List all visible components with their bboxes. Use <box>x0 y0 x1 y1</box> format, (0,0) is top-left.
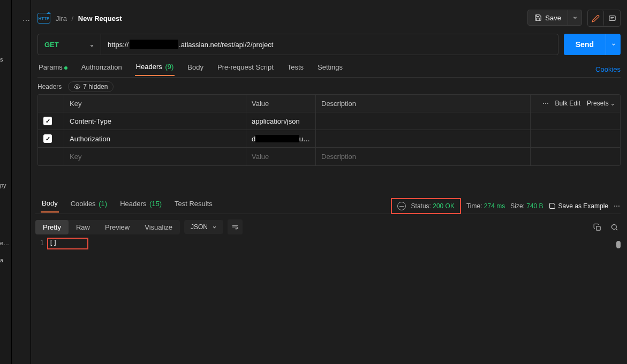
response-tabs: Body Cookies (1) Headers (15) Test Resul… <box>35 198 621 214</box>
edit-button[interactable] <box>588 10 604 26</box>
headers-section-label: Headers 7 hidden <box>37 81 114 92</box>
col-key: Key <box>64 95 246 112</box>
method-url-group: GET ⌄ https://.atlassian.net/rest/api/2/… <box>37 34 558 55</box>
pencil-icon <box>592 14 600 22</box>
chevron-down-icon <box>611 42 616 47</box>
send-label: Send <box>564 34 606 55</box>
request-row: GET ⌄ https://.atlassian.net/rest/api/2/… <box>37 34 621 55</box>
http-icon: HTTP <box>37 13 50 24</box>
tab-params[interactable]: Params <box>37 63 69 75</box>
header-value-cell[interactable]: application/json <box>246 112 315 130</box>
header-desc-cell[interactable] <box>315 130 530 147</box>
format-pretty[interactable]: Pretty <box>35 220 69 234</box>
header-row[interactable]: ✓ Authorization du… <box>38 130 620 148</box>
save-as-example-label: Save as Example <box>558 202 608 210</box>
headers-table-head: Key Value Description ⋯ Bulk Edit Preset… <box>38 95 620 112</box>
tab-headers[interactable]: Headers (9) <box>135 63 175 76</box>
time-value: 274 ms <box>484 202 505 210</box>
tab-body[interactable]: Body <box>186 63 205 75</box>
chevron-down-icon: ⌄ <box>89 41 94 48</box>
save-label: Save <box>545 14 561 22</box>
format-preview[interactable]: Preview <box>97 220 137 234</box>
tab-response-cookies[interactable]: Cookies (1) <box>70 200 108 212</box>
code-line: 1 [] <box>35 238 621 248</box>
dot-indicator-icon <box>64 66 67 70</box>
comments-button[interactable] <box>604 10 620 26</box>
send-dropdown[interactable] <box>606 34 621 55</box>
size-value: 740 B <box>526 202 543 210</box>
copy-button[interactable] <box>591 221 603 233</box>
globe-icon[interactable] <box>397 202 406 210</box>
hidden-headers-toggle[interactable]: 7 hidden <box>68 81 114 92</box>
tab-settings[interactable]: Settings <box>316 63 344 75</box>
wrap-toggle[interactable] <box>228 219 243 234</box>
more-icon[interactable]: ⋯ <box>614 202 621 210</box>
rail-fragment: e… <box>0 240 9 246</box>
bulk-edit-link[interactable]: Bulk Edit <box>555 100 580 107</box>
tab-prerequest[interactable]: Pre-request Script <box>216 63 275 75</box>
left-rail-edge: s py e… a <box>0 0 12 364</box>
checkbox-icon[interactable]: ✓ <box>43 134 52 143</box>
line-content: [] <box>49 239 57 247</box>
language-select[interactable]: JSON <box>184 220 223 234</box>
tab-response-headers[interactable]: Headers (15) <box>119 200 163 212</box>
svg-point-6 <box>611 224 616 229</box>
search-button[interactable] <box>608 221 621 233</box>
svg-rect-5 <box>596 226 600 230</box>
header-row[interactable]: ✓ Content-Type application/json <box>38 112 620 130</box>
copy-icon <box>593 223 601 231</box>
col-description: Description <box>315 95 530 112</box>
format-visualize[interactable]: Visualize <box>137 220 180 234</box>
hidden-count-label: 7 hidden <box>83 83 108 90</box>
method-value: GET <box>44 41 59 49</box>
svg-point-3 <box>77 86 78 88</box>
save-dropdown[interactable] <box>568 10 581 25</box>
method-select[interactable]: GET ⌄ <box>38 34 101 55</box>
send-button[interactable]: Send <box>564 34 621 55</box>
tab-tests[interactable]: Tests <box>286 63 305 75</box>
header-desc-placeholder[interactable]: Description <box>315 148 530 165</box>
url-redacted <box>130 40 178 49</box>
tab-response-body[interactable]: Body <box>41 199 59 213</box>
search-icon <box>610 223 618 231</box>
format-raw[interactable]: Raw <box>69 220 97 234</box>
breadcrumb-collection[interactable]: Jira <box>56 14 67 22</box>
time-label: Time: <box>466 202 482 210</box>
breadcrumb-current: New Request <box>78 14 122 22</box>
header-key-cell[interactable]: Content-Type <box>64 112 246 130</box>
status-highlight: Status: 200 OK <box>391 198 461 214</box>
col-value: Value <box>246 95 315 112</box>
header-key-placeholder[interactable]: Key <box>64 148 246 165</box>
header-value-cell[interactable]: du… <box>246 130 315 147</box>
url-input[interactable]: https://.atlassian.net/rest/api/2/projec… <box>101 34 558 55</box>
rail-fragment: py <box>0 182 11 188</box>
headers-table: Key Value Description ⋯ Bulk Edit Preset… <box>37 94 621 166</box>
checkbox-icon[interactable]: ✓ <box>43 117 52 125</box>
scrollbar-thumb[interactable] <box>616 241 621 248</box>
header-key-cell[interactable]: Authorization <box>64 130 246 147</box>
chevron-down-icon <box>212 225 217 230</box>
value-redacted <box>255 135 299 142</box>
main-panel: HTTP Jira / New Request Save <box>31 0 627 364</box>
tab-authorization[interactable]: Authorization <box>80 63 123 75</box>
cookies-link[interactable]: Cookies <box>595 65 621 73</box>
save-as-example-button[interactable]: Save as Example <box>549 202 608 210</box>
url-prefix: https:// <box>108 41 129 49</box>
header-desc-cell[interactable] <box>315 112 530 130</box>
chevron-down-icon <box>572 15 578 20</box>
more-icon[interactable]: ⋯ <box>22 16 31 25</box>
format-segmented: Pretty Raw Preview Visualize <box>35 220 180 234</box>
tab-test-results[interactable]: Test Results <box>173 200 214 212</box>
header-value-placeholder[interactable]: Value <box>246 148 315 165</box>
response-body[interactable]: 1 [] <box>35 238 621 364</box>
chevron-down-icon: ⌄ <box>610 101 615 107</box>
rail-fragment: s <box>0 56 3 63</box>
breadcrumb-separator: / <box>72 14 74 22</box>
response-meta: Status: 200 OK Time: 274 ms Size: 740 B … <box>391 198 621 214</box>
presets-dropdown[interactable]: Presets ⌄ <box>587 100 615 107</box>
more-icon[interactable]: ⋯ <box>542 100 549 107</box>
body-toolbar: Pretty Raw Preview Visualize JSON <box>35 218 621 236</box>
save-button[interactable]: Save <box>527 10 582 26</box>
header-row-new[interactable]: Key Value Description <box>38 148 620 165</box>
language-value: JSON <box>191 223 208 231</box>
